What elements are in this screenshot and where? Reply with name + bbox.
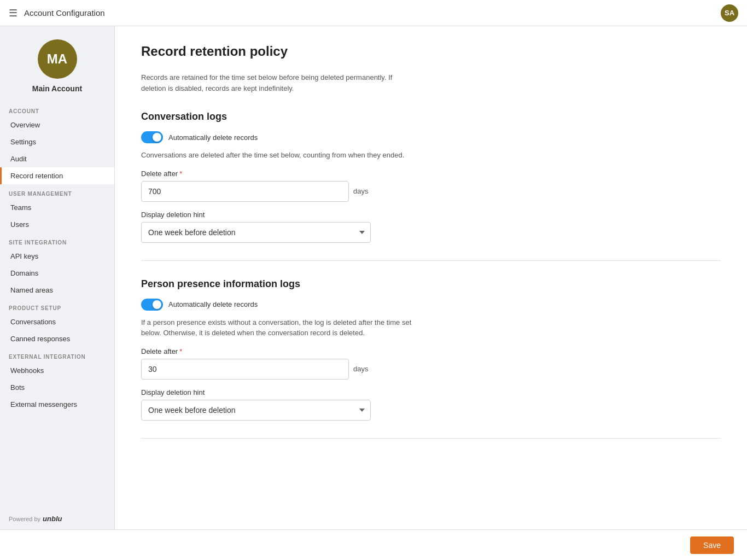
user-avatar[interactable]: SA — [721, 4, 738, 22]
page-description: Records are retained for the time set be… — [141, 72, 415, 94]
sidebar-item-record-retention[interactable]: Record retention — [0, 167, 114, 184]
conversation-logs-toggle-row: Automatically delete records — [141, 131, 721, 143]
page-title: Record retention policy — [141, 44, 721, 59]
person-presence-delete-after-label: Delete after * — [141, 347, 721, 355]
header-title: Account Configuration — [24, 8, 105, 18]
conversation-delete-after-row: days — [141, 181, 721, 202]
sidebar-section-external-integration: External Integration — [0, 347, 114, 362]
conversation-delete-after-input[interactable] — [141, 181, 349, 202]
sidebar-footer: Powered by unblu — [0, 508, 114, 529]
person-presence-delete-after-row: days — [141, 359, 721, 380]
sidebar-item-users[interactable]: Users — [0, 216, 114, 233]
sidebar-section-site-integration: Site Integration — [0, 233, 114, 248]
conversation-hint-label: Display deletion hint — [141, 211, 721, 219]
sidebar-item-domains[interactable]: Domains — [0, 265, 114, 282]
person-presence-hint-select[interactable]: One week before deletion Two weeks befor… — [141, 400, 371, 421]
sidebar-section-product-setup: Product Setup — [0, 299, 114, 313]
sidebar-item-canned-responses[interactable]: Canned responses — [0, 330, 114, 347]
main-layout: MA Main Account Account Overview Setting… — [0, 26, 747, 529]
sidebar-section-account: Account — [0, 102, 114, 116]
main-content: Record retention policy Records are reta… — [115, 26, 747, 529]
person-presence-toggle[interactable] — [141, 299, 163, 311]
conversation-hint-select[interactable]: One week before deletion Two weeks befor… — [141, 222, 371, 243]
sidebar-item-audit[interactable]: Audit — [0, 150, 114, 167]
section-divider-1 — [141, 260, 721, 261]
sidebar-item-named-areas[interactable]: Named areas — [0, 282, 114, 299]
required-star-2: * — [179, 347, 182, 355]
person-presence-toggle-label: Automatically delete records — [168, 300, 258, 308]
footer-bar: Save — [0, 529, 747, 560]
sidebar-profile: MA Main Account — [0, 26, 114, 102]
conversation-delete-after-label: Delete after * — [141, 170, 721, 178]
sidebar-item-conversations[interactable]: Conversations — [0, 313, 114, 330]
sidebar: MA Main Account Account Overview Setting… — [0, 26, 115, 529]
conversation-logs-toggle-label: Automatically delete records — [168, 133, 258, 142]
sidebar-item-bots[interactable]: Bots — [0, 379, 114, 396]
sidebar-avatar: MA — [38, 39, 77, 79]
conversation-logs-title: Conversation logs — [141, 111, 721, 122]
sidebar-item-webhooks[interactable]: Webhooks — [0, 362, 114, 379]
person-presence-hint-label: Display deletion hint — [141, 388, 721, 396]
required-star-1: * — [179, 170, 182, 178]
powered-by-text: Powered by — [9, 516, 40, 522]
sidebar-item-settings[interactable]: Settings — [0, 133, 114, 150]
section-divider-2 — [141, 438, 721, 439]
sidebar-section-user-management: User Management — [0, 184, 114, 199]
person-presence-sub-desc: If a person presence exists without a co… — [141, 317, 415, 339]
conversation-logs-toggle[interactable] — [141, 131, 163, 143]
menu-icon[interactable]: ☰ — [9, 7, 17, 19]
conversation-logs-sub-desc: Conversations are deleted after the time… — [141, 150, 415, 161]
sidebar-item-overview[interactable]: Overview — [0, 116, 114, 133]
person-presence-title: Person presence information logs — [141, 278, 721, 290]
sidebar-item-external-messengers[interactable]: External messengers — [0, 396, 114, 413]
top-header: ☰ Account Configuration SA — [0, 0, 747, 26]
sidebar-item-api-keys[interactable]: API keys — [0, 248, 114, 265]
save-button[interactable]: Save — [690, 536, 734, 554]
sidebar-account-name: Main Account — [32, 84, 82, 93]
person-presence-toggle-row: Automatically delete records — [141, 299, 721, 311]
conversation-days-unit: days — [353, 187, 368, 195]
person-presence-days-unit: days — [353, 365, 368, 373]
person-presence-delete-after-input[interactable] — [141, 359, 349, 380]
sidebar-item-teams[interactable]: Teams — [0, 199, 114, 216]
unblu-brand: unblu — [43, 515, 62, 523]
